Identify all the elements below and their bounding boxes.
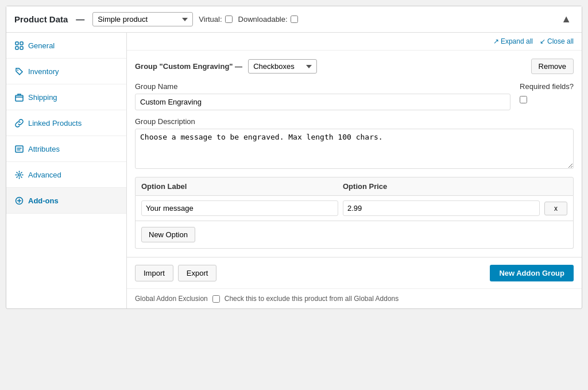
group-name-field: Group Name — [135, 82, 510, 110]
group-name-input[interactable] — [135, 94, 510, 110]
option-price-col-header: Option Price — [343, 182, 544, 191]
panel-title-dash: — — [76, 14, 84, 24]
import-button[interactable]: Import — [135, 265, 173, 281]
required-fields-label: Required fields? — [520, 82, 574, 91]
sidebar-label-linked-products: Linked Products — [28, 119, 82, 128]
group-type-select[interactable]: Checkboxes Multiple choice Text field Te… — [248, 59, 317, 74]
link-icon — [14, 118, 24, 128]
plus-circle-icon — [14, 196, 24, 205]
new-option-row: New Option — [135, 221, 574, 249]
product-type-select[interactable]: Simple product Grouped product External/… — [92, 12, 193, 26]
new-addon-group-button[interactable]: New Addon Group — [490, 265, 574, 281]
group-header-label: Group "Custom Engraving" — — [135, 62, 242, 71]
list-icon — [14, 144, 24, 153]
option-label-col-header: Option Label — [141, 182, 343, 191]
panel-header: Product Data — Simple product Grouped pr… — [6, 6, 582, 33]
new-option-button[interactable]: New Option — [141, 227, 195, 242]
group-description-label: Group Description — [135, 117, 574, 126]
close-arrows-icon: ↙ — [540, 37, 546, 45]
collapse-button[interactable]: ▲ — [559, 13, 574, 25]
sidebar: General Inventory Shippi — [6, 33, 127, 308]
box-icon — [14, 92, 24, 102]
global-exclusion-description: Check this to exclude this product from … — [225, 295, 399, 303]
sidebar-item-general[interactable]: General — [6, 33, 126, 59]
sidebar-item-advanced[interactable]: Advanced — [6, 162, 126, 188]
sidebar-label-advanced: Advanced — [28, 171, 61, 179]
close-all-link[interactable]: ↙ Close all — [540, 37, 574, 45]
bottom-bar: Import Export New Addon Group — [127, 257, 582, 288]
tag-icon — [14, 67, 24, 76]
required-fields-field: Required fields? — [520, 82, 574, 103]
sidebar-label-inventory: Inventory — [28, 67, 59, 76]
grid-icon — [14, 41, 24, 50]
svg-rect-0 — [16, 42, 18, 45]
group-name-row: Group Name Required fields? — [135, 82, 574, 110]
export-button[interactable]: Export — [178, 265, 217, 281]
sidebar-item-linked-products[interactable]: Linked Products — [6, 110, 126, 136]
options-table-header: Option Label Option Price — [135, 177, 574, 196]
sidebar-label-add-ons: Add-ons — [28, 196, 59, 205]
option-price-input[interactable] — [343, 200, 540, 216]
gear-icon — [14, 170, 24, 179]
sidebar-item-add-ons[interactable]: Add-ons — [6, 188, 126, 214]
svg-rect-5 — [16, 95, 23, 101]
sidebar-label-shipping: Shipping — [28, 93, 57, 102]
sidebar-item-inventory[interactable]: Inventory — [6, 59, 126, 84]
sidebar-item-shipping[interactable]: Shipping — [6, 84, 126, 110]
panel-title: Product Data — [14, 14, 68, 24]
svg-point-4 — [17, 69, 18, 71]
sidebar-label-attributes: Attributes — [28, 145, 60, 153]
product-data-panel: Product Data — Simple product Grouped pr… — [6, 6, 582, 309]
svg-point-7 — [18, 173, 20, 176]
expand-arrows-icon: ↗ — [493, 37, 499, 45]
sidebar-label-general: General — [28, 41, 55, 50]
virtual-checkbox[interactable] — [225, 16, 233, 23]
expand-all-link[interactable]: ↗ Expand all — [493, 37, 533, 45]
sidebar-item-attributes[interactable]: Attributes — [6, 136, 126, 162]
panel-body: General Inventory Shippi — [6, 33, 582, 308]
option-remove-col-header — [544, 182, 567, 191]
global-exclusion-checkbox[interactable] — [212, 295, 220, 303]
required-fields-checkbox[interactable] — [520, 96, 527, 103]
main-content: ↗ Expand all ↙ Close all Group "Custom E… — [127, 33, 582, 308]
global-exclusion-row: Global Addon Exclusion Check this to exc… — [127, 288, 582, 308]
global-exclusion-label: Global Addon Exclusion — [135, 295, 208, 303]
option-label-input[interactable] — [141, 200, 338, 216]
options-table-section: Option Label Option Price x New Option — [135, 177, 574, 249]
table-row: x — [135, 196, 574, 221]
svg-rect-6 — [16, 146, 23, 152]
downloadable-label: Downloadable: — [238, 15, 298, 24]
downloadable-checkbox[interactable] — [291, 16, 298, 23]
expand-bar: ↗ Expand all ↙ Close all — [127, 33, 582, 51]
virtual-label: Virtual: — [199, 15, 232, 24]
remove-option-button[interactable]: x — [544, 202, 567, 215]
group-description-textarea[interactable]: Choose a message to be engraved. Max len… — [135, 129, 574, 169]
group-name-label: Group Name — [135, 82, 510, 91]
group-header-row: Group "Custom Engraving" — Checkboxes Mu… — [135, 59, 574, 74]
svg-rect-3 — [20, 47, 23, 49]
remove-group-button[interactable]: Remove — [531, 59, 574, 74]
svg-rect-2 — [16, 47, 18, 49]
svg-rect-1 — [20, 42, 23, 45]
addon-group-section: Group "Custom Engraving" — Checkboxes Mu… — [127, 51, 582, 257]
group-description-field: Group Description Choose a message to be… — [135, 117, 574, 169]
